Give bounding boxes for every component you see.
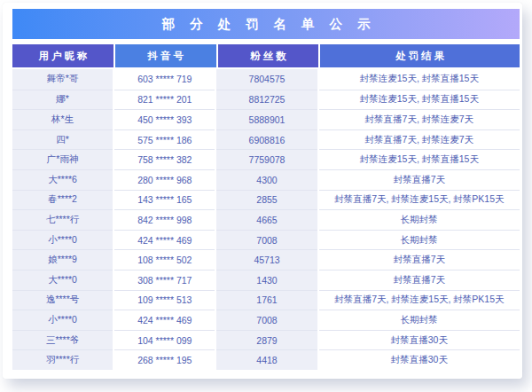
cell-douyin-id: 575 ***** 186 (114, 129, 215, 150)
cell-fans: 8812725 (216, 90, 317, 110)
cell-douyin-id: 424 ***** 469 (114, 310, 215, 330)
cell-punishment: 封禁直播7天 (319, 270, 520, 290)
cell-nickname: 广*雨神 (12, 149, 113, 169)
table-row: 小****0 424 ***** 469 7008 长期封禁 (12, 230, 520, 250)
cell-punishment: 封禁连麦15天, 封禁直播15天 (319, 149, 520, 169)
cell-punishment: 封禁连麦15天, 封禁直播15天 (319, 69, 520, 90)
cell-nickname: 逸****号 (12, 290, 113, 310)
announcement-card: 部分处罚名单公示 用户昵称 抖音号 粉丝数 处罚结果 舞帝*哥 603 ****… (3, 3, 522, 379)
cell-fans: 6908816 (216, 129, 317, 150)
cell-douyin-id: 842 ***** 998 (114, 209, 215, 230)
cell-fans: 4300 (216, 169, 317, 190)
cell-nickname: 舞帝*哥 (12, 69, 113, 90)
cell-nickname: 羽****行 (12, 349, 113, 370)
cell-fans: 1430 (216, 270, 317, 290)
table-header-row: 用户昵称 抖音号 粉丝数 处罚结果 (12, 44, 520, 67)
cell-douyin-id: 104 ***** 099 (114, 330, 215, 350)
cell-fans: 7008 (216, 310, 317, 330)
cell-nickname: 娜* (12, 90, 113, 110)
table-row: 小****0 424 ***** 469 7008 长期封禁 (12, 310, 520, 330)
cell-fans: 45713 (216, 249, 317, 270)
cell-fans: 7008 (216, 230, 317, 250)
cell-fans: 2855 (216, 190, 317, 210)
table-row: 逸****号 109 ***** 513 1761 封禁直播7天, 封禁连麦15… (12, 290, 520, 310)
cell-douyin-id: 280 ***** 968 (114, 169, 215, 190)
cell-douyin-id: 450 ***** 393 (114, 109, 215, 129)
table-row: 春****2 143 ***** 165 2855 封禁直播7天, 封禁连麦15… (12, 190, 520, 210)
header-nickname: 用户昵称 (12, 44, 113, 67)
table-row: 大****0 308 ***** 717 1430 封禁直播7天 (12, 270, 520, 290)
cell-fans: 2879 (216, 330, 317, 350)
cell-punishment: 封禁直播30天 (319, 330, 520, 350)
cell-nickname: 春****2 (12, 190, 113, 210)
header-punishment: 处罚结果 (320, 44, 520, 67)
table-row: 娜* 821 ***** 201 8812725 封禁连麦15天, 封禁直播15… (12, 90, 520, 110)
table-row: 羽****行 268 ***** 195 4418 封禁直播30天 (12, 349, 520, 370)
cell-punishment: 长期封禁 (319, 310, 520, 330)
cell-punishment: 长期封禁 (319, 230, 520, 250)
cell-douyin-id: 143 ***** 165 (114, 190, 215, 210)
cell-punishment: 封禁直播7天, 封禁连麦7天 (319, 129, 520, 150)
cell-fans: 4665 (216, 209, 317, 230)
title-bar: 部分处罚名单公示 (12, 9, 520, 39)
header-fans: 粉丝数 (218, 44, 319, 67)
cell-nickname: 林*生 (12, 109, 113, 129)
cell-fans: 7804575 (216, 69, 317, 90)
cell-punishment: 封禁直播7天 (319, 249, 520, 270)
table-row: 三****爷 104 ***** 099 2879 封禁直播30天 (12, 330, 520, 350)
table-row: 大****6 280 ***** 968 4300 封禁直播7天 (12, 169, 520, 190)
cell-fans: 4418 (216, 349, 317, 370)
cell-punishment: 封禁直播7天, 封禁连麦15天, 封禁PK15天 (319, 190, 520, 210)
table-row: 七****行 842 ***** 998 4665 长期封禁 (12, 209, 520, 230)
cell-punishment: 封禁连麦15天, 封禁直播15天 (319, 90, 520, 110)
cell-fans: 1761 (216, 290, 317, 310)
cell-douyin-id: 268 ***** 195 (114, 349, 215, 370)
table-row: 广*雨神 758 ***** 382 7759078 封禁连麦15天, 封禁直播… (12, 149, 520, 169)
cell-nickname: 大****0 (12, 270, 113, 290)
header-douyin-id: 抖音号 (115, 44, 216, 67)
cell-fans: 5888901 (216, 109, 317, 129)
table-row: 林*生 450 ***** 393 5888901 封禁直播7天, 封禁连麦7天 (12, 109, 520, 129)
cell-douyin-id: 308 ***** 717 (114, 270, 215, 290)
cell-douyin-id: 108 ***** 502 (114, 249, 215, 270)
cell-douyin-id: 109 ***** 513 (114, 290, 215, 310)
cell-douyin-id: 424 ***** 469 (114, 230, 215, 250)
cell-douyin-id: 603 ***** 719 (114, 69, 215, 90)
table-row: 舞帝*哥 603 ***** 719 7804575 封禁连麦15天, 封禁直播… (12, 69, 520, 90)
table-body: 舞帝*哥 603 ***** 719 7804575 封禁连麦15天, 封禁直播… (12, 69, 520, 370)
cell-nickname: 大****6 (12, 169, 113, 190)
table-row: 娘****9 108 ***** 502 45713 封禁直播7天 (12, 249, 520, 270)
cell-nickname: 三****爷 (12, 330, 113, 350)
cell-punishment: 封禁直播7天, 封禁连麦7天 (319, 109, 520, 129)
table-row: 四* 575 ***** 186 6908816 封禁直播7天, 封禁连麦7天 (12, 129, 520, 150)
cell-nickname: 小****0 (12, 310, 113, 330)
cell-punishment: 封禁直播7天, 封禁连麦15天, 封禁PK15天 (319, 290, 520, 310)
cell-nickname: 四* (12, 129, 113, 150)
cell-nickname: 小****0 (12, 230, 113, 250)
cell-nickname: 七****行 (12, 209, 113, 230)
cell-douyin-id: 821 ***** 201 (114, 90, 215, 110)
page-title: 部分处罚名单公示 (147, 16, 386, 33)
cell-punishment: 长期封禁 (319, 209, 520, 230)
cell-fans: 7759078 (216, 149, 317, 169)
cell-douyin-id: 758 ***** 382 (114, 149, 215, 169)
cell-punishment: 封禁直播7天 (319, 169, 520, 190)
cell-nickname: 娘****9 (12, 249, 113, 270)
cell-punishment: 封禁直播30天 (319, 349, 520, 370)
